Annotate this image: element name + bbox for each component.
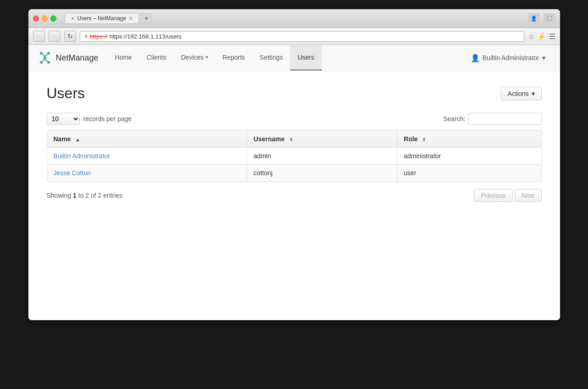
per-page-control: 10 25 50 100 records per page bbox=[47, 113, 132, 125]
pagination-buttons: Previous Next bbox=[474, 189, 541, 202]
search-input[interactable] bbox=[468, 113, 542, 125]
tab-bar: ✦ Users – NetManage ✕ + bbox=[65, 13, 524, 24]
col-name[interactable]: Name ▲ bbox=[47, 131, 247, 148]
cell-role-1: user bbox=[397, 165, 541, 182]
back-button[interactable]: ← bbox=[33, 31, 45, 42]
search-label: Search: bbox=[443, 115, 465, 122]
actions-button[interactable]: Actions ▾ bbox=[501, 87, 542, 100]
user-menu-arrow: ▾ bbox=[542, 54, 545, 61]
user-avatar-icon: 👤 bbox=[471, 54, 480, 62]
actions-label: Actions bbox=[508, 90, 529, 97]
sort-name-icon: ▲ bbox=[76, 137, 80, 142]
new-tab-button[interactable]: + bbox=[141, 13, 152, 23]
table-header: Name ▲ Username ⇕ Role ⇕ bbox=[47, 131, 541, 148]
showing-text: Showing 1 to 2 of 2 entries bbox=[47, 192, 123, 199]
nav-devices-label: Devices bbox=[181, 54, 204, 61]
browser-toolbar: ← → ↻ ✕ https:// https://192.168.1.113/u… bbox=[28, 28, 560, 45]
window-controls bbox=[33, 16, 56, 22]
nav-items: Home Clients Devices ▾ Reports Settings … bbox=[108, 45, 465, 71]
brand-logo[interactable]: NetManage bbox=[38, 45, 99, 71]
brand-name: NetManage bbox=[56, 53, 99, 63]
col-username-label: Username bbox=[253, 135, 285, 143]
forward-button[interactable]: → bbox=[49, 31, 60, 42]
devices-dropdown-icon: ▾ bbox=[206, 55, 208, 60]
toolbar-icons: ☆ ⚡ ☰ bbox=[528, 32, 555, 41]
nav-users[interactable]: Users bbox=[290, 45, 322, 71]
per-page-select[interactable]: 10 25 50 100 bbox=[47, 113, 80, 125]
user-link-0[interactable]: Builtin Administrator bbox=[54, 152, 110, 160]
cell-username-0: admin bbox=[247, 148, 397, 165]
showing-suffix: to 2 of 2 entries bbox=[77, 192, 122, 199]
search-control: Search: bbox=[443, 113, 541, 125]
nav-reports[interactable]: Reports bbox=[215, 45, 253, 71]
fullscreen-icon[interactable]: ⛶ bbox=[544, 13, 555, 23]
address-bar[interactable]: ✕ https:// https://192.168.1.113/users bbox=[80, 31, 524, 42]
url-protocol: https:// bbox=[90, 33, 108, 40]
col-role[interactable]: Role ⇕ bbox=[397, 131, 541, 148]
tab-title: Users – NetManage bbox=[77, 15, 126, 22]
tab-close-icon[interactable]: ✕ bbox=[129, 16, 133, 22]
col-name-label: Name bbox=[54, 135, 71, 143]
nav-devices[interactable]: Devices ▾ bbox=[174, 45, 215, 71]
col-username[interactable]: Username ⇕ bbox=[247, 131, 397, 148]
page-content: Users Actions ▾ 10 25 50 100 records per… bbox=[28, 71, 560, 216]
user-link-1[interactable]: Jesse Cotton bbox=[54, 169, 91, 177]
close-button[interactable] bbox=[33, 16, 39, 22]
minimize-button[interactable] bbox=[42, 16, 48, 22]
svg-point-0 bbox=[44, 56, 46, 59]
security-icon: ✕ bbox=[84, 33, 88, 39]
svg-point-8 bbox=[47, 61, 50, 64]
previous-button[interactable]: Previous bbox=[474, 189, 512, 202]
col-role-label: Role bbox=[404, 135, 418, 143]
table-controls: 10 25 50 100 records per page Search: bbox=[47, 113, 542, 125]
menu-icon[interactable]: ☰ bbox=[549, 32, 555, 41]
user-name: Builtin Administrator bbox=[483, 54, 539, 61]
pagination-area: Showing 1 to 2 of 2 entries Previous Nex… bbox=[47, 189, 542, 202]
svg-point-2 bbox=[40, 52, 43, 55]
sort-username-icon: ⇕ bbox=[289, 137, 293, 142]
browser-titlebar: ✦ Users – NetManage ✕ + 👤 ⛶ bbox=[28, 9, 560, 28]
maximize-button[interactable] bbox=[50, 16, 56, 22]
url-path: https://192.168.1.113/users bbox=[110, 33, 182, 40]
per-page-label: records per page bbox=[83, 115, 132, 122]
extension-icon[interactable]: ⚡ bbox=[537, 32, 546, 41]
next-button[interactable]: Next bbox=[515, 189, 542, 202]
actions-dropdown-icon: ▾ bbox=[532, 90, 535, 97]
nav-right: 👤 Builtin Administrator ▾ bbox=[465, 51, 551, 65]
tab-favicon: ✦ bbox=[71, 16, 75, 22]
showing-prefix: Showing bbox=[47, 192, 73, 199]
users-table: Name ▲ Username ⇕ Role ⇕ bbox=[47, 130, 542, 182]
active-tab[interactable]: ✦ Users – NetManage ✕ bbox=[65, 13, 139, 24]
user-profile-icon[interactable]: 👤 bbox=[528, 13, 540, 23]
nav-clients[interactable]: Clients bbox=[139, 45, 174, 71]
showing-start: 1 bbox=[73, 192, 77, 199]
page-title: Users bbox=[47, 85, 85, 102]
nav-settings[interactable]: Settings bbox=[253, 45, 291, 71]
cell-username-1: cottonj bbox=[247, 165, 397, 182]
sort-role-icon: ⇕ bbox=[422, 137, 426, 142]
table-row: Builtin Administrator admin administrato… bbox=[47, 148, 541, 165]
cell-name-0: Builtin Administrator bbox=[47, 148, 247, 165]
table-row: Jesse Cotton cottonj user bbox=[47, 165, 541, 182]
app-content: NetManage Home Clients Devices ▾ Reports… bbox=[28, 45, 560, 320]
cell-role-0: administrator bbox=[397, 148, 541, 165]
cell-name-1: Jesse Cotton bbox=[47, 165, 247, 182]
svg-point-6 bbox=[40, 61, 43, 64]
bookmark-icon[interactable]: ☆ bbox=[528, 32, 534, 41]
table-body: Builtin Administrator admin administrato… bbox=[47, 148, 541, 182]
refresh-button[interactable]: ↻ bbox=[64, 31, 76, 42]
page-header: Users Actions ▾ bbox=[47, 85, 542, 102]
svg-point-4 bbox=[47, 52, 50, 55]
navbar: NetManage Home Clients Devices ▾ Reports… bbox=[28, 45, 560, 71]
nav-home[interactable]: Home bbox=[108, 45, 139, 71]
user-menu[interactable]: 👤 Builtin Administrator ▾ bbox=[465, 51, 551, 65]
brand-icon bbox=[38, 50, 52, 65]
